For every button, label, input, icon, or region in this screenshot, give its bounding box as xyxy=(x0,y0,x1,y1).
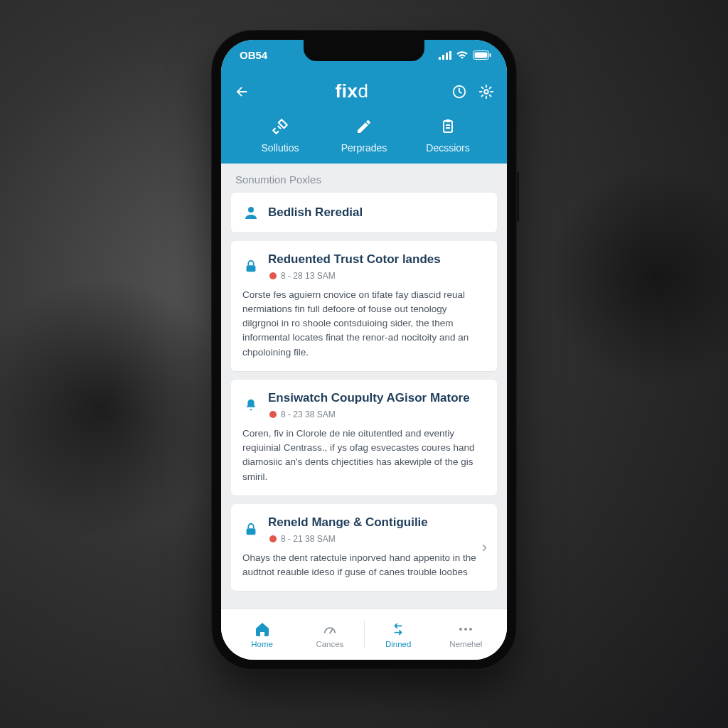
tools-icon xyxy=(271,117,289,136)
header-action-settings[interactable] xyxy=(478,84,494,100)
svg-rect-13 xyxy=(247,528,256,535)
gear-icon xyxy=(478,84,494,100)
card-body: Ohays the dent ratectule inporved hand a… xyxy=(242,551,484,580)
lock-icon xyxy=(243,259,259,274)
nav-home[interactable]: Home xyxy=(228,621,296,648)
bottom-nav: Home Cances xyxy=(221,609,507,660)
back-button[interactable] xyxy=(234,82,252,101)
person-icon xyxy=(242,204,259,221)
gauge-icon xyxy=(322,621,338,637)
battery-icon xyxy=(473,50,491,60)
card-time-text: 8 - 23 38 SAM xyxy=(281,410,336,419)
status-dot-icon xyxy=(269,411,277,418)
scene-background: OB54 xyxy=(0,0,728,728)
card-timestamp: 8 - 21 38 SAM xyxy=(269,534,484,544)
nav-label: Nemehel xyxy=(449,640,482,648)
card-title: Reneld Mange & Contiguilie xyxy=(268,515,484,530)
signal-icon xyxy=(439,51,451,60)
nav-label: Home xyxy=(251,640,273,648)
more-icon xyxy=(457,621,474,638)
chevron-right-icon: › xyxy=(482,538,487,557)
svg-rect-12 xyxy=(247,265,256,272)
svg-rect-10 xyxy=(446,119,450,122)
section-label: Sonumtion Poxles xyxy=(221,164,507,193)
svg-rect-6 xyxy=(490,53,491,57)
card-time-text: 8 - 21 38 SAM xyxy=(281,534,336,544)
svg-rect-9 xyxy=(444,121,452,132)
bell-icon xyxy=(243,397,259,413)
tab-label: Perprades xyxy=(341,142,387,154)
nav-dinned[interactable]: Dinned xyxy=(365,621,432,648)
list-item[interactable]: › Reneld Mange & Contiguilie xyxy=(231,504,497,592)
pencil-icon xyxy=(355,118,373,135)
tab-solutions[interactable]: Sollutios xyxy=(238,117,322,154)
swap-icon xyxy=(390,621,406,637)
card-timestamp: 8 - 28 13 SAM xyxy=(269,271,484,281)
app-title: fixd xyxy=(336,80,369,102)
list-item[interactable]: Reduented Trust Cotor landes 8 - 28 13 S… xyxy=(231,241,497,371)
svg-point-8 xyxy=(484,90,488,94)
card-time-text: 8 - 28 13 SAM xyxy=(281,271,336,281)
card-title: Reduented Trust Cotor landes xyxy=(268,252,484,267)
nav-more[interactable]: Nemehel xyxy=(432,621,500,648)
top-tabs: Sollutios Perprades xyxy=(234,109,494,164)
app-title-a: fix xyxy=(336,80,358,102)
card-timestamp: 8 - 23 38 SAM xyxy=(269,410,484,419)
nav-label: Dinned xyxy=(385,640,411,648)
svg-rect-1 xyxy=(442,55,444,60)
svg-rect-0 xyxy=(439,57,441,60)
tab-decisions[interactable]: Decssiors xyxy=(406,117,490,154)
nav-cances[interactable]: Cances xyxy=(296,621,363,648)
tab-label: Sollutios xyxy=(262,142,299,154)
list-item[interactable]: Ensiwatch Coupulty AGisor Matore 8 - 23 … xyxy=(231,380,497,496)
app-header: fixd xyxy=(221,71,507,164)
status-left-text: OB54 xyxy=(240,49,267,61)
clock-icon xyxy=(451,84,467,100)
list-item[interactable]: Bedlish Reredial xyxy=(231,193,497,232)
nav-label: Cances xyxy=(316,640,343,648)
tab-upgrades[interactable]: Perprades xyxy=(322,117,406,154)
svg-rect-2 xyxy=(446,53,448,60)
wifi-icon xyxy=(456,50,469,60)
header-action-history[interactable] xyxy=(451,84,467,100)
phone-screen: OB54 xyxy=(221,40,507,660)
card-body: Corste fes aguiern cnovice on tifate fay… xyxy=(242,288,484,360)
svg-rect-5 xyxy=(475,53,488,58)
status-right-cluster xyxy=(439,50,491,60)
home-icon xyxy=(254,621,271,638)
back-arrow-icon xyxy=(234,84,250,100)
svg-point-11 xyxy=(248,207,254,213)
card-title: Ensiwatch Coupulty AGisor Matore xyxy=(268,391,484,405)
tab-label: Decssiors xyxy=(426,142,469,154)
clipboard-icon xyxy=(439,118,456,135)
svg-rect-3 xyxy=(449,51,451,60)
card-body: Coren, fiv in Clorole de nie oitutentled… xyxy=(242,427,484,484)
status-dot-icon xyxy=(269,535,277,542)
status-dot-icon xyxy=(269,272,277,279)
phone-frame: OB54 xyxy=(211,30,517,670)
card-title: Bedlish Reredial xyxy=(268,205,363,220)
app-title-b: d xyxy=(358,80,368,102)
content-area: Sonumtion Poxles Bedlish Reredial xyxy=(221,164,507,609)
notch xyxy=(304,40,424,61)
lock-icon xyxy=(243,522,259,537)
